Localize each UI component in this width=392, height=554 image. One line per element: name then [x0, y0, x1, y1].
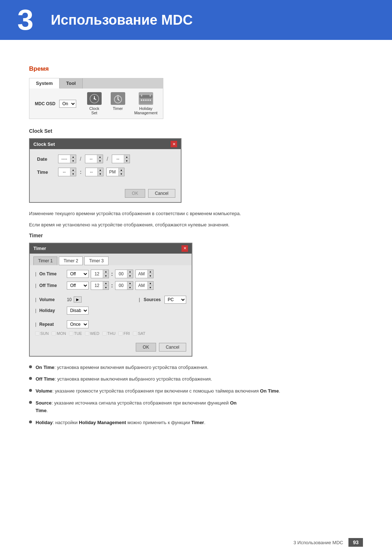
svg-point-1 [94, 98, 95, 99]
date-spinner-3[interactable]: -- ▲ ▼ [112, 155, 130, 163]
off-time-hour: 12 [91, 282, 103, 289]
clock-set-close-button[interactable]: ✕ [171, 141, 177, 147]
repeat-row: | Repeat Once Daily Weekly [35, 320, 186, 328]
on-select[interactable]: On Off [59, 100, 76, 108]
svg-rect-8 [141, 99, 142, 101]
tab-system[interactable]: System [29, 78, 60, 89]
tue-label: TUE [74, 331, 82, 336]
day-wed[interactable]: WED [85, 331, 99, 336]
date-spin-up-3[interactable]: ▲ [124, 155, 130, 159]
bullet-bold-4: Source [36, 400, 52, 406]
on-time-hour-up[interactable]: ▲ [103, 270, 109, 274]
svg-rect-9 [143, 99, 144, 101]
day-thu[interactable]: THU [102, 331, 116, 336]
time-spin-up-1[interactable]: ▲ [70, 168, 76, 172]
timer-close-button[interactable]: ✕ [181, 245, 188, 252]
off-time-hour-down[interactable]: ▼ [103, 286, 109, 290]
volume-increase-button[interactable]: ▶ [74, 296, 82, 303]
time-val2: -- [86, 169, 97, 175]
bullet-bold-5: Holiday [36, 420, 53, 425]
timer-tab-3[interactable]: Timer 3 [84, 257, 108, 265]
chapter-number: 3 [17, 5, 34, 34]
bullet-bold-5c: Timer [191, 420, 204, 425]
date-spinner-1[interactable]: ---- ▲ ▼ [58, 155, 76, 163]
mon-checkbox[interactable] [52, 331, 56, 336]
time-spinner-2[interactable]: -- ▲ ▼ [85, 168, 103, 176]
time-spin-down-2[interactable]: ▼ [97, 172, 103, 176]
bullet-body-1: : установка времени включения выбранного… [54, 365, 208, 370]
repeat-select[interactable]: Once Daily Weekly [67, 320, 89, 328]
off-time-ampm-down[interactable]: ▼ [147, 286, 153, 290]
time-label: Time [37, 169, 55, 175]
off-time-select[interactable]: Off On [67, 282, 89, 290]
sun-checkbox[interactable] [35, 331, 40, 336]
sources-select[interactable]: PC HDMI [164, 296, 186, 304]
bullet-body-3: : указание громкости устройства отображе… [52, 388, 260, 394]
date-spin-up-1[interactable]: ▲ [70, 155, 76, 159]
off-time-ampm-spinner[interactable]: AM ▲ ▼ [135, 281, 154, 290]
time-spin-down-1[interactable]: ▼ [70, 172, 76, 176]
date-spinner-2[interactable]: -- ▲ ▼ [85, 155, 103, 163]
timer-tab-2[interactable]: Timer 2 [59, 257, 83, 265]
on-time-ampm-up[interactable]: ▲ [147, 270, 153, 274]
date-spin-down-2[interactable]: ▼ [97, 159, 103, 163]
on-time-colon: : [111, 271, 113, 277]
bullet-body-5: : настройки [53, 420, 79, 425]
on-time-min-down[interactable]: ▼ [127, 274, 133, 278]
tue-checkbox[interactable] [69, 331, 73, 336]
page-title: Использование MDC [51, 12, 193, 28]
sat-checkbox[interactable] [133, 331, 137, 336]
date-spin-down-1[interactable]: ▼ [70, 159, 76, 163]
thu-checkbox[interactable] [102, 331, 107, 336]
time-ampm-spinner[interactable]: PM ▲ ▼ [106, 168, 124, 176]
sat-label: SAT [138, 331, 146, 336]
on-time-ampm-down[interactable]: ▼ [147, 274, 153, 278]
on-time-select[interactable]: Off On [67, 270, 89, 278]
on-time-hour-spinner[interactable]: 12 ▲ ▼ [91, 270, 109, 278]
bullet-bold-5b: Holiday Management [79, 420, 126, 425]
svg-rect-12 [150, 99, 151, 101]
wed-checkbox[interactable] [85, 331, 89, 336]
off-time-ampm-up[interactable]: ▲ [147, 282, 153, 286]
off-time-hour-spinner[interactable]: 12 ▲ ▼ [91, 281, 109, 290]
clock-para-2: Если время не установлено на устройстве … [29, 221, 363, 229]
ampm-spin-up[interactable]: ▲ [118, 168, 124, 172]
timer-tab-1[interactable]: Timer 1 [33, 257, 57, 265]
timer-dialog-title: Timer [33, 246, 46, 251]
clock-set-dialog-title: Clock Set [33, 141, 55, 147]
bullet-body-5c: . [204, 420, 205, 425]
bullet-dot-4 [29, 401, 32, 404]
date-spin-down-3[interactable]: ▼ [124, 159, 130, 163]
clock-set-ok-button[interactable]: OK [125, 189, 145, 198]
day-tue[interactable]: TUE [69, 331, 82, 336]
bullet-item-5: Holiday: настройки Holiday Management мо… [29, 419, 363, 427]
ampm-spin-down[interactable]: ▼ [118, 172, 124, 176]
day-mon[interactable]: MON [52, 331, 66, 336]
off-time-min-spinner[interactable]: 00 ▲ ▼ [115, 281, 133, 290]
time-spinner-1[interactable]: -- ▲ ▼ [58, 168, 76, 176]
on-time-label: On Time [39, 271, 65, 276]
menu-item-holiday[interactable]: HolidayManagement [134, 92, 158, 115]
menu-item-clock[interactable]: ClockSet [87, 92, 102, 115]
day-sat[interactable]: SAT [133, 331, 146, 336]
on-time-hour-down[interactable]: ▼ [103, 274, 109, 278]
day-sun[interactable]: SUN [35, 331, 49, 336]
date-spin-up-2[interactable]: ▲ [97, 155, 103, 159]
date-label: Date [37, 156, 55, 162]
fri-checkbox[interactable] [118, 331, 123, 336]
on-time-ampm-spinner[interactable]: AM ▲ ▼ [135, 270, 154, 278]
time-spin-up-2[interactable]: ▲ [97, 168, 103, 172]
timer-ok-button[interactable]: OK [136, 343, 156, 352]
day-fri[interactable]: FRI [118, 331, 130, 336]
on-time-min-spinner[interactable]: 00 ▲ ▼ [115, 270, 133, 278]
off-time-hour-up[interactable]: ▲ [103, 282, 109, 286]
timer-cancel-button[interactable]: Cancel [159, 343, 186, 352]
clock-set-cancel-button[interactable]: Cancel [148, 189, 175, 198]
off-time-min-down[interactable]: ▼ [127, 286, 133, 290]
bullet-item-2: Off Time: установка времени выключения в… [29, 376, 363, 383]
menu-item-timer[interactable]: Timer [111, 92, 125, 115]
on-time-min-up[interactable]: ▲ [127, 270, 133, 274]
off-time-min-up[interactable]: ▲ [127, 282, 133, 286]
holiday-select[interactable]: Disable Enable [67, 307, 89, 315]
tab-tool[interactable]: Tool [60, 78, 82, 89]
